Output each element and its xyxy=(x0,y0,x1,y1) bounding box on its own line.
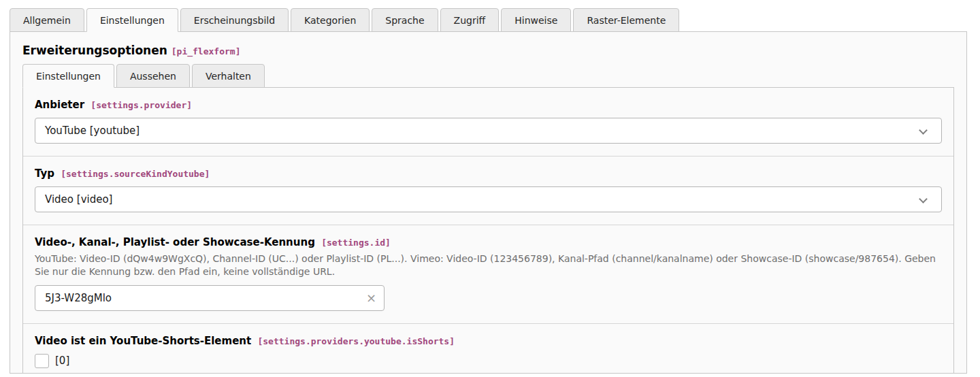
field-id: Video-, Kanal-, Playlist- oder Showcase-… xyxy=(23,225,953,324)
provider-label-text: Anbieter xyxy=(35,99,84,111)
tab-kategorien[interactable]: Kategorien xyxy=(291,8,370,32)
provider-label: Anbieter [settings.provider] xyxy=(35,99,942,111)
subtab-einstellungen[interactable]: Einstellungen xyxy=(22,64,114,88)
clear-icon[interactable]: × xyxy=(366,291,376,306)
flexform-tabbar: Einstellungen Aussehen Verhalten xyxy=(10,64,966,87)
id-label: Video-, Kanal-, Playlist- oder Showcase-… xyxy=(35,236,942,248)
tab-hinweise[interactable]: Hinweise xyxy=(501,8,571,32)
chevron-down-icon xyxy=(919,126,928,135)
chevron-down-icon xyxy=(919,195,928,203)
source-kind-select[interactable]: Video [video] xyxy=(35,186,942,212)
provider-code: [settings.provider] xyxy=(91,100,192,110)
source-kind-label: Typ [settings.sourceKindYoutube] xyxy=(35,167,942,180)
subtab-aussehen[interactable]: Aussehen xyxy=(116,64,190,88)
is-shorts-checkline: [0] xyxy=(35,354,942,368)
id-input[interactable] xyxy=(35,285,385,311)
id-label-text: Video-, Kanal-, Playlist- oder Showcase-… xyxy=(35,236,315,248)
subtab-verhalten[interactable]: Verhalten xyxy=(192,64,265,88)
tab-raster-elemente[interactable]: Raster-Elemente xyxy=(573,8,679,32)
tab-sprache[interactable]: Sprache xyxy=(372,8,438,32)
section-code: [pi_flexform] xyxy=(172,46,241,56)
source-kind-selected-value: Video [video] xyxy=(45,193,112,206)
id-description: YouTube: Video-ID (dQw4w9WgXcQ), Channel… xyxy=(35,252,942,279)
tab-einstellungen[interactable]: Einstellungen xyxy=(86,8,178,32)
section-title-text: Erweiterungsoptionen xyxy=(22,44,167,57)
is-shorts-label: Video ist ein YouTube-Shorts-Element [se… xyxy=(35,335,942,347)
source-kind-label-text: Typ xyxy=(35,167,54,180)
is-shorts-label-text: Video ist ein YouTube-Shorts-Element xyxy=(35,335,251,347)
section-title: Erweiterungsoptionen [pi_flexform] xyxy=(10,32,966,64)
id-code: [settings.id] xyxy=(321,237,391,248)
provider-select[interactable]: YouTube [youtube] xyxy=(35,118,942,144)
tab-zugriff[interactable]: Zugriff xyxy=(440,8,500,32)
field-is-shorts: Video ist ein YouTube-Shorts-Element [se… xyxy=(23,324,953,374)
tab-erscheinungsbild[interactable]: Erscheinungsbild xyxy=(180,8,289,32)
is-shorts-checkbox[interactable] xyxy=(35,354,49,368)
record-tabbar: Allgemein Einstellungen Erscheinungsbild… xyxy=(0,0,980,31)
field-provider: Anbieter [settings.provider] YouTube [yo… xyxy=(23,88,953,157)
is-shorts-code: [settings.providers.youtube.isShorts] xyxy=(257,336,455,346)
is-shorts-checkbox-label: [0] xyxy=(55,355,69,367)
field-source-kind: Typ [settings.sourceKindYoutube] Video [… xyxy=(23,157,953,225)
id-input-wrap: × xyxy=(35,285,385,311)
flexform-fieldset: Anbieter [settings.provider] YouTube [yo… xyxy=(22,87,954,374)
provider-selected-value: YouTube [youtube] xyxy=(45,125,140,137)
tab-allgemein[interactable]: Allgemein xyxy=(10,8,84,32)
source-kind-code: [settings.sourceKindYoutube] xyxy=(61,169,210,179)
tab-content-panel: Erweiterungsoptionen [pi_flexform] Einst… xyxy=(10,31,967,374)
